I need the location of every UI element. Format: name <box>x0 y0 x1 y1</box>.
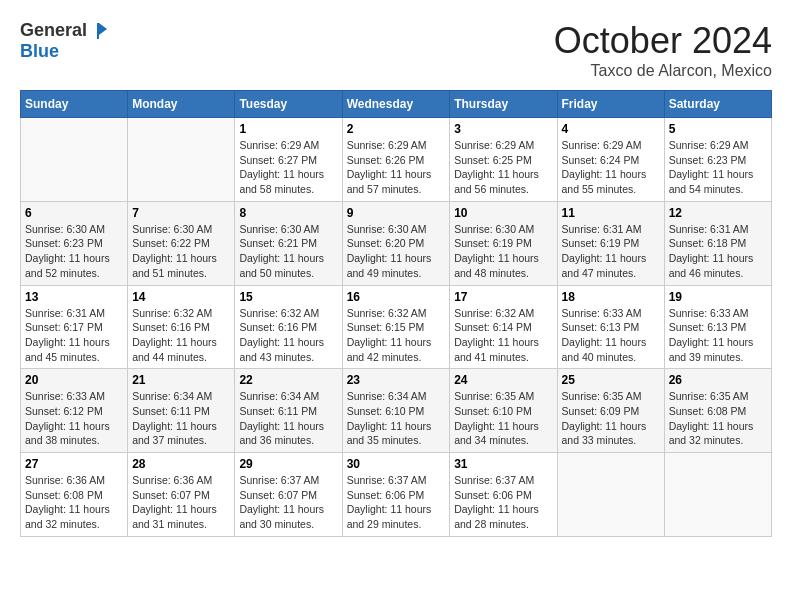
cell-content: Sunrise: 6:30 AMSunset: 6:22 PMDaylight:… <box>132 222 230 281</box>
calendar-cell: 11Sunrise: 6:31 AMSunset: 6:19 PMDayligh… <box>557 201 664 285</box>
cell-content: Sunrise: 6:32 AMSunset: 6:16 PMDaylight:… <box>239 306 337 365</box>
calendar-cell: 25Sunrise: 6:35 AMSunset: 6:09 PMDayligh… <box>557 369 664 453</box>
calendar-table: SundayMondayTuesdayWednesdayThursdayFrid… <box>20 90 772 537</box>
cell-content: Sunrise: 6:33 AMSunset: 6:12 PMDaylight:… <box>25 389 123 448</box>
calendar-cell: 28Sunrise: 6:36 AMSunset: 6:07 PMDayligh… <box>128 453 235 537</box>
logo: General Blue <box>20 20 109 62</box>
logo-blue: Blue <box>20 41 109 62</box>
calendar-cell: 14Sunrise: 6:32 AMSunset: 6:16 PMDayligh… <box>128 285 235 369</box>
calendar-header: SundayMondayTuesdayWednesdayThursdayFrid… <box>21 91 772 118</box>
day-number: 26 <box>669 373 767 387</box>
day-number: 9 <box>347 206 446 220</box>
day-number: 18 <box>562 290 660 304</box>
cell-content: Sunrise: 6:30 AMSunset: 6:20 PMDaylight:… <box>347 222 446 281</box>
cell-content: Sunrise: 6:34 AMSunset: 6:10 PMDaylight:… <box>347 389 446 448</box>
cell-content: Sunrise: 6:34 AMSunset: 6:11 PMDaylight:… <box>132 389 230 448</box>
calendar-cell: 12Sunrise: 6:31 AMSunset: 6:18 PMDayligh… <box>664 201 771 285</box>
calendar-cell: 1Sunrise: 6:29 AMSunset: 6:27 PMDaylight… <box>235 118 342 202</box>
cell-content: Sunrise: 6:30 AMSunset: 6:19 PMDaylight:… <box>454 222 552 281</box>
cell-content: Sunrise: 6:29 AMSunset: 6:26 PMDaylight:… <box>347 138 446 197</box>
cell-content: Sunrise: 6:31 AMSunset: 6:18 PMDaylight:… <box>669 222 767 281</box>
day-number: 5 <box>669 122 767 136</box>
calendar-cell: 27Sunrise: 6:36 AMSunset: 6:08 PMDayligh… <box>21 453 128 537</box>
day-number: 12 <box>669 206 767 220</box>
calendar-cell: 17Sunrise: 6:32 AMSunset: 6:14 PMDayligh… <box>450 285 557 369</box>
cell-content: Sunrise: 6:29 AMSunset: 6:25 PMDaylight:… <box>454 138 552 197</box>
svg-marker-0 <box>99 23 107 35</box>
day-number: 31 <box>454 457 552 471</box>
day-number: 24 <box>454 373 552 387</box>
calendar-cell: 15Sunrise: 6:32 AMSunset: 6:16 PMDayligh… <box>235 285 342 369</box>
day-number: 25 <box>562 373 660 387</box>
calendar-cell <box>21 118 128 202</box>
day-number: 1 <box>239 122 337 136</box>
calendar-cell: 31Sunrise: 6:37 AMSunset: 6:06 PMDayligh… <box>450 453 557 537</box>
calendar-cell <box>128 118 235 202</box>
calendar-cell: 18Sunrise: 6:33 AMSunset: 6:13 PMDayligh… <box>557 285 664 369</box>
calendar-cell: 19Sunrise: 6:33 AMSunset: 6:13 PMDayligh… <box>664 285 771 369</box>
title-block: October 2024 Taxco de Alarcon, Mexico <box>554 20 772 80</box>
day-number: 15 <box>239 290 337 304</box>
calendar-cell: 8Sunrise: 6:30 AMSunset: 6:21 PMDaylight… <box>235 201 342 285</box>
calendar-week-2: 6Sunrise: 6:30 AMSunset: 6:23 PMDaylight… <box>21 201 772 285</box>
day-header-sunday: Sunday <box>21 91 128 118</box>
calendar-cell: 22Sunrise: 6:34 AMSunset: 6:11 PMDayligh… <box>235 369 342 453</box>
calendar-cell: 16Sunrise: 6:32 AMSunset: 6:15 PMDayligh… <box>342 285 450 369</box>
cell-content: Sunrise: 6:37 AMSunset: 6:07 PMDaylight:… <box>239 473 337 532</box>
day-header-monday: Monday <box>128 91 235 118</box>
page-header: General Blue October 2024 Taxco de Alarc… <box>20 20 772 80</box>
cell-content: Sunrise: 6:32 AMSunset: 6:15 PMDaylight:… <box>347 306 446 365</box>
calendar-body: 1Sunrise: 6:29 AMSunset: 6:27 PMDaylight… <box>21 118 772 537</box>
calendar-cell: 20Sunrise: 6:33 AMSunset: 6:12 PMDayligh… <box>21 369 128 453</box>
day-number: 3 <box>454 122 552 136</box>
calendar-cell: 9Sunrise: 6:30 AMSunset: 6:20 PMDaylight… <box>342 201 450 285</box>
calendar-week-3: 13Sunrise: 6:31 AMSunset: 6:17 PMDayligh… <box>21 285 772 369</box>
calendar-cell: 4Sunrise: 6:29 AMSunset: 6:24 PMDaylight… <box>557 118 664 202</box>
day-number: 6 <box>25 206 123 220</box>
day-number: 21 <box>132 373 230 387</box>
cell-content: Sunrise: 6:32 AMSunset: 6:14 PMDaylight:… <box>454 306 552 365</box>
cell-content: Sunrise: 6:35 AMSunset: 6:08 PMDaylight:… <box>669 389 767 448</box>
day-number: 29 <box>239 457 337 471</box>
day-number: 27 <box>25 457 123 471</box>
day-number: 23 <box>347 373 446 387</box>
calendar-cell: 2Sunrise: 6:29 AMSunset: 6:26 PMDaylight… <box>342 118 450 202</box>
month-title: October 2024 <box>554 20 772 62</box>
cell-content: Sunrise: 6:34 AMSunset: 6:11 PMDaylight:… <box>239 389 337 448</box>
cell-content: Sunrise: 6:29 AMSunset: 6:23 PMDaylight:… <box>669 138 767 197</box>
calendar-cell <box>557 453 664 537</box>
calendar-cell: 6Sunrise: 6:30 AMSunset: 6:23 PMDaylight… <box>21 201 128 285</box>
calendar-week-5: 27Sunrise: 6:36 AMSunset: 6:08 PMDayligh… <box>21 453 772 537</box>
day-number: 30 <box>347 457 446 471</box>
cell-content: Sunrise: 6:33 AMSunset: 6:13 PMDaylight:… <box>562 306 660 365</box>
day-number: 8 <box>239 206 337 220</box>
cell-content: Sunrise: 6:29 AMSunset: 6:24 PMDaylight:… <box>562 138 660 197</box>
logo-general: General <box>20 20 87 41</box>
cell-content: Sunrise: 6:36 AMSunset: 6:08 PMDaylight:… <box>25 473 123 532</box>
day-header-saturday: Saturday <box>664 91 771 118</box>
day-number: 10 <box>454 206 552 220</box>
calendar-week-1: 1Sunrise: 6:29 AMSunset: 6:27 PMDaylight… <box>21 118 772 202</box>
cell-content: Sunrise: 6:37 AMSunset: 6:06 PMDaylight:… <box>347 473 446 532</box>
cell-content: Sunrise: 6:35 AMSunset: 6:10 PMDaylight:… <box>454 389 552 448</box>
calendar-cell <box>664 453 771 537</box>
cell-content: Sunrise: 6:30 AMSunset: 6:23 PMDaylight:… <box>25 222 123 281</box>
day-number: 22 <box>239 373 337 387</box>
day-header-friday: Friday <box>557 91 664 118</box>
calendar-cell: 30Sunrise: 6:37 AMSunset: 6:06 PMDayligh… <box>342 453 450 537</box>
cell-content: Sunrise: 6:31 AMSunset: 6:17 PMDaylight:… <box>25 306 123 365</box>
cell-content: Sunrise: 6:33 AMSunset: 6:13 PMDaylight:… <box>669 306 767 365</box>
calendar-cell: 21Sunrise: 6:34 AMSunset: 6:11 PMDayligh… <box>128 369 235 453</box>
calendar-cell: 7Sunrise: 6:30 AMSunset: 6:22 PMDaylight… <box>128 201 235 285</box>
cell-content: Sunrise: 6:29 AMSunset: 6:27 PMDaylight:… <box>239 138 337 197</box>
day-number: 28 <box>132 457 230 471</box>
location-subtitle: Taxco de Alarcon, Mexico <box>554 62 772 80</box>
day-header-thursday: Thursday <box>450 91 557 118</box>
day-number: 4 <box>562 122 660 136</box>
logo-flag-icon <box>89 21 109 41</box>
day-number: 11 <box>562 206 660 220</box>
cell-content: Sunrise: 6:35 AMSunset: 6:09 PMDaylight:… <box>562 389 660 448</box>
day-number: 14 <box>132 290 230 304</box>
calendar-week-4: 20Sunrise: 6:33 AMSunset: 6:12 PMDayligh… <box>21 369 772 453</box>
cell-content: Sunrise: 6:30 AMSunset: 6:21 PMDaylight:… <box>239 222 337 281</box>
